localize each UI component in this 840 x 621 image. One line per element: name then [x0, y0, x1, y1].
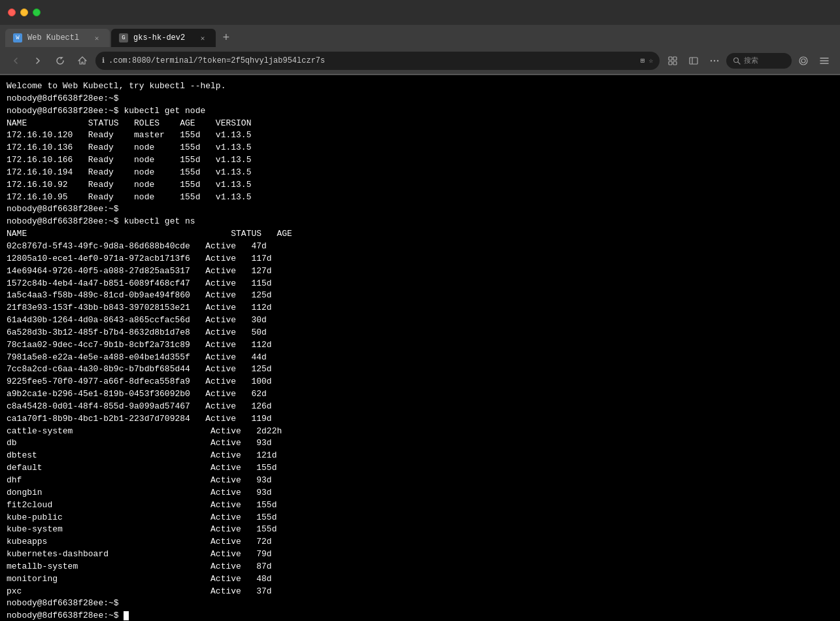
terminal-line: cattle-system Active 2d22h: [7, 426, 833, 438]
extensions-button[interactable]: [664, 52, 682, 70]
terminal-line: 12805a10-ece1-4ef0-971a-972acb1713f6 Act…: [7, 253, 833, 265]
tab-web-kubectl[interactable]: W Web Kubectl ✕: [5, 29, 110, 47]
terminal-line: 172.16.10.120 Ready master 155d v1.13.5: [7, 129, 833, 142]
terminal-line: pxc Active 37d: [7, 586, 833, 598]
terminal-line: nobody@8df6638f28ee:~$ kubectl get ns: [7, 216, 833, 228]
terminal-line: dongbin Active 93d: [7, 487, 833, 499]
terminal[interactable]: Welcome to Web Kubectl, try kubectl --he…: [0, 75, 840, 621]
tab-title-1: Web Kubectl: [27, 33, 86, 42]
terminal-line: Welcome to Web Kubectl, try kubectl --he…: [7, 80, 833, 93]
terminal-line: a9b2ca1e-b296-45e1-819b-0453f36092b0 Act…: [7, 388, 833, 401]
search-box[interactable]: 搜索: [726, 53, 792, 69]
forward-button[interactable]: [29, 52, 47, 70]
browser-chrome: W Web Kubectl ✕ G gks-hk-dev2 ✕ + ℹ .com…: [0, 0, 840, 75]
terminal-line: 78c1aa02-9dec-4cc7-9b1b-8cbf2a731c89 Act…: [7, 339, 833, 352]
terminal-line: 7cc8a2cd-c6aa-4a30-8b9c-b7bdbf685d44 Act…: [7, 363, 833, 376]
tab-title-2: gks-hk-dev2: [133, 33, 192, 42]
tab-close-2[interactable]: ✕: [197, 33, 208, 43]
terminal-line: monitoring Active 48d: [7, 573, 833, 586]
svg-point-9: [734, 58, 739, 62]
terminal-line: kubernetes-dashboard Active 79d: [7, 548, 833, 561]
terminal-line: 6a528d3b-3b12-485f-b7b4-8632d8b1d7e8 Act…: [7, 327, 833, 339]
maximize-button[interactable]: [33, 8, 41, 16]
terminal-line: nobody@8df6638f28ee:~$: [7, 93, 833, 105]
terminal-line: 1a5c4aa3-f58b-489c-81cd-0b9ae494f860 Act…: [7, 290, 833, 302]
svg-line-10: [738, 62, 740, 64]
terminal-line: c8a45428-0d01-48f4-855d-9a099ad57467 Act…: [7, 401, 833, 413]
minimize-button[interactable]: [20, 8, 28, 16]
nav-right-buttons: 搜索: [664, 52, 833, 70]
refresh-button[interactable]: [51, 52, 69, 70]
svg-point-11: [799, 57, 807, 65]
new-tab-button[interactable]: +: [217, 29, 235, 47]
more-options-button[interactable]: [705, 52, 724, 70]
svg-rect-0: [669, 57, 672, 60]
tab-close-1[interactable]: ✕: [92, 33, 102, 43]
tab-favicon-1: W: [13, 33, 22, 42]
terminal-line: 9225fee5-70f0-4977-a66f-8dfeca558fa9 Act…: [7, 376, 833, 388]
terminal-line: NAME STATUS ROLES AGE VERSION: [7, 118, 833, 130]
share-icon: ⊞: [641, 56, 645, 65]
svg-rect-3: [673, 61, 677, 65]
svg-rect-1: [673, 57, 677, 60]
nav-bar: ℹ .com:8080/terminal/?token=2f5qhvyljab9…: [0, 47, 840, 75]
bookmark-icon: ☆: [648, 56, 653, 65]
terminal-line: 61a4d30b-1264-4d0a-8643-a865ccfac56d Act…: [7, 314, 833, 327]
svg-point-7: [714, 59, 715, 61]
lock-icon: ℹ: [102, 56, 105, 65]
terminal-line: nobody@8df6638f28ee:~$: [7, 203, 833, 216]
terminal-line: metallb-system Active 87d: [7, 561, 833, 573]
terminal-line: kube-system Active 155d: [7, 524, 833, 536]
terminal-line: 172.16.10.95 Ready node 155d v1.13.5: [7, 192, 833, 204]
terminal-line: dhf Active 93d: [7, 475, 833, 487]
terminal-line: ca1a70f1-8b9b-4bc1-b2b1-223d7d709284 Act…: [7, 413, 833, 426]
terminal-line: 02c8767d-5f43-49fc-9d8a-86d688b40cde Act…: [7, 241, 833, 253]
svg-rect-4: [690, 58, 697, 64]
svg-rect-2: [669, 61, 672, 65]
terminal-line: 172.16.10.92 Ready node 155d v1.13.5: [7, 179, 833, 192]
terminal-line: NAME STATUS AGE: [7, 228, 833, 241]
home-button[interactable]: [73, 52, 92, 70]
terminal-line: nobody@8df6638f28ee:~$ kubectl get node: [7, 105, 833, 118]
back-button[interactable]: [7, 52, 25, 70]
address-bar[interactable]: ℹ .com:8080/terminal/?token=2f5qhvyljab9…: [95, 52, 660, 70]
title-bar: [0, 0, 840, 25]
terminal-line: 172.16.10.136 Ready node 155d v1.13.5: [7, 142, 833, 154]
terminal-line: db Active 93d: [7, 437, 833, 450]
svg-point-12: [801, 59, 805, 63]
terminal-line: kubeapps Active 72d: [7, 536, 833, 548]
terminal-line: 1572c84b-4eb4-4a47-b851-6089f468cf47 Act…: [7, 278, 833, 290]
firefox-button[interactable]: [794, 52, 813, 70]
close-button[interactable]: [8, 8, 16, 16]
terminal-line: kube-public Active 155d: [7, 512, 833, 524]
terminal-line: nobody@8df6638f28ee:~$: [7, 610, 833, 621]
sidebar-button[interactable]: [684, 52, 703, 70]
terminal-line: nobody@8df6638f28ee:~$: [7, 597, 833, 610]
svg-point-8: [717, 59, 718, 61]
terminal-line: 172.16.10.166 Ready node 155d v1.13.5: [7, 154, 833, 167]
svg-point-6: [711, 59, 712, 61]
terminal-line: 172.16.10.194 Ready node 155d v1.13.5: [7, 167, 833, 179]
terminal-line: 21f83e93-153f-43bb-b843-397028153e21 Act…: [7, 302, 833, 314]
terminal-line: default Active 155d: [7, 462, 833, 475]
terminal-line: dbtest Active 121d: [7, 450, 833, 462]
address-text: .com:8080/terminal/?token=2f5qhvyljab954…: [109, 56, 637, 65]
tab-gks[interactable]: G gks-hk-dev2 ✕: [111, 29, 216, 47]
terminal-line: 14e69464-9726-40f5-a088-27d825aa5317 Act…: [7, 265, 833, 278]
search-placeholder: 搜索: [744, 56, 758, 65]
tab-favicon-2: G: [119, 33, 128, 42]
terminal-line: fit2cloud Active 155d: [7, 499, 833, 512]
tab-bar: W Web Kubectl ✕ G gks-hk-dev2 ✕ +: [0, 25, 840, 47]
menu-button[interactable]: [815, 52, 833, 70]
terminal-line: 7981a5e8-e22a-4e5e-a488-e04be14d355f Act…: [7, 352, 833, 364]
traffic-lights: [8, 8, 41, 16]
terminal-cursor: [124, 611, 129, 620]
